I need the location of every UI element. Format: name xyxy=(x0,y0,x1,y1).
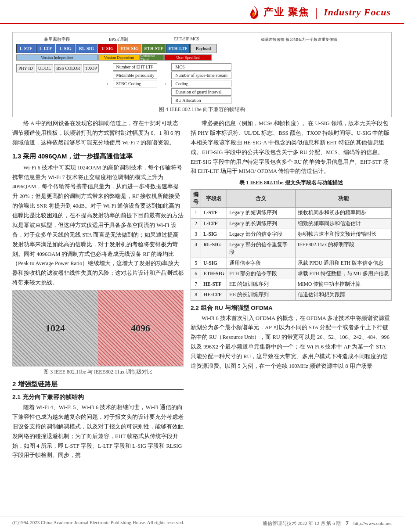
arrow-right2: → xyxy=(161,63,168,104)
header-cn: 产业 聚焦 xyxy=(263,6,309,19)
right-para2: Wi-Fi 6 技术首次引入 OFDMA 的概念，在 OFDMA 多址技术中将频… xyxy=(191,314,392,371)
table-row: 6 ETH-SIG ETH 部分的信令字段 承载 ETH 特征数据，与 MU 多… xyxy=(191,268,392,279)
right-detail-boxes: MCS Number of space-time stream Coding D… xyxy=(171,63,231,104)
td-function: IEEE802.11ax 的标明字段 xyxy=(295,240,391,258)
table-row: 3 L-SIG Legacy 部分的信令字段 标明帧片速率和报文预计传输时长 xyxy=(191,229,392,239)
header-en: Industry Focus xyxy=(324,7,391,18)
td-meaning: Legacy 部分的信令重复字段 xyxy=(227,240,295,258)
td-num: 7 xyxy=(191,279,201,290)
mod-label-4096: 4096 xyxy=(131,323,150,334)
td-num: 1 xyxy=(191,208,201,218)
seg-l-sig: L-SIG xyxy=(56,44,75,53)
table-row: 4 RL-SIG Legacy 部分的信令重复字段 IEEE802.11ax 的… xyxy=(191,240,392,258)
td-meaning: ETH 部分的信令字段 xyxy=(227,268,295,279)
box-eht-ltf-num: Number of EHT LTF xyxy=(113,63,157,71)
td-field: L-SIG xyxy=(201,229,227,239)
band-user-specified: User Specified xyxy=(164,54,212,61)
right-column: 带必要的信息（例如，MCSs 和帧长度）。在 U-SIG 领域，版本无关字段包括… xyxy=(191,119,392,462)
table-row: 8 HE-LTF HE 的长训练序列 信道估计和想为跟踪 xyxy=(191,290,392,300)
footer-left: (C)1994-2023 China Academic Journal Elec… xyxy=(12,520,184,527)
td-field: L-LTF xyxy=(201,218,227,229)
anno-bpsk: BPSK调制 xyxy=(98,37,139,43)
seg-payload: Payload xyxy=(190,44,216,53)
td-field: ETH-SIG xyxy=(201,268,227,279)
td-function: 承载 ETH 特征数据，与 MU 多用户信息 xyxy=(295,268,391,279)
td-num: 2 xyxy=(191,218,201,229)
section2-heading: 2 增强型链路层 xyxy=(12,380,184,390)
seg-l-stf: L-STF xyxy=(16,44,36,53)
box-coding: Coding xyxy=(171,80,231,87)
box-phyid: PHY ID xyxy=(16,64,35,72)
seg-l-ltf: L-LTF xyxy=(36,44,55,53)
box-ru-alloc: RU Allocation xyxy=(171,97,231,104)
seg-eth-ltf: ETH-LTF xyxy=(166,44,190,53)
left-para2: Wi-Fi 6 技术中可实现 1024OAM 的高阶调制技术，每个传输符号携带信… xyxy=(12,163,184,288)
th-num: 编号 xyxy=(191,190,201,208)
mod-1024-side: 1024 xyxy=(13,290,98,366)
td-num: 6 xyxy=(191,268,201,279)
box-space-time: Number of space-time stream xyxy=(171,72,231,79)
td-function: MIMO 传输中功率控制计算 xyxy=(295,279,391,290)
th-function: 功能 xyxy=(295,190,391,208)
page-header: 产业 聚焦 | Industry Focus xyxy=(0,0,404,24)
seg-u-sig: U-SIG xyxy=(98,44,117,53)
td-function: 接收机同步和初步的频率同步 xyxy=(295,208,391,218)
band-common-field: Common Field xyxy=(140,54,164,61)
modulation-comparison-image: 1024 4096 xyxy=(12,290,184,367)
anno-20mhz: 如满差频传输 每20MHz为一个频道重复传输 xyxy=(210,37,388,43)
td-meaning: HE 的短训练序列 xyxy=(227,279,295,290)
th-meaning: 含义 xyxy=(227,190,295,208)
version-bands: Version Independent Version Dependent Co… xyxy=(16,54,388,61)
td-field: HE-LTF xyxy=(201,290,227,300)
table-row: 7 HE-STF HE 的短训练序列 MIMO 传输中功率控制计算 xyxy=(191,279,392,290)
td-meaning: 通用信令字段 xyxy=(227,258,295,268)
td-meaning: HE 的长训练序列 xyxy=(227,290,295,300)
section2-2-heading: 2.2 组合 RU 与增强型 OFDMA xyxy=(191,304,392,312)
td-num: 8 xyxy=(191,290,201,300)
td-num: 3 xyxy=(191,229,201,239)
right-para1: 带必要的信息（例如，MCSs 和帧长度）。在 U-SIG 领域，版本无关字段包括… xyxy=(191,119,392,176)
table-row: 5 U-SIG 通用信令字段 承载 PPDU 通用和 ETH 版本信令信息 xyxy=(191,258,392,268)
box-guard: Duration of guard Interval xyxy=(171,88,231,96)
footer-right: 通信管理与技术 2022 年 12 月 第 6 期 7 http://www.c… xyxy=(263,520,392,527)
td-function: 标明帧片速率和报文预计传输时长 xyxy=(295,229,391,239)
td-function: 承载 PPDU 通用和 ETH 版本信令信息 xyxy=(295,258,391,268)
td-num: 4 xyxy=(191,240,201,258)
footer-journal: 通信管理与技术 2022 年 12 月 第 6 期 xyxy=(263,521,341,526)
table-row: 1 L-STF Legacy 的短训练序列 接收机同步和初步的频率同步 xyxy=(191,208,392,218)
seg-eth-sig: ETH-SIG xyxy=(118,44,141,53)
phyid-boxes: PHY ID UL/DL BSS COLOR TXOP xyxy=(16,64,99,104)
td-meaning: Legacy 的短训练序列 xyxy=(227,208,295,218)
box-stbc: STBC Coding xyxy=(113,80,157,87)
box-midamble: Midamble periodicity xyxy=(113,72,157,79)
td-num: 5 xyxy=(191,258,201,268)
left-column: 络 A 中的组网设备在发现它的辅助信道上，存在干扰时可动态调节频谱使用模板，以频… xyxy=(12,119,184,462)
td-field: U-SIG xyxy=(201,258,227,268)
seg-eth-stf: ETH-STF xyxy=(142,44,166,53)
table-row: 2 L-LTF Legacy 的长训练序列 细致的频率同步和信道估计 xyxy=(191,218,392,229)
anno-eht-mcs: EHT-SIF MCS xyxy=(163,37,210,43)
box-bsscolor: BSS COLOR xyxy=(54,64,82,72)
td-field: RL-SIG xyxy=(201,240,227,258)
th-field: 字段名 xyxy=(201,190,227,208)
mod-4096-side: 4096 xyxy=(98,290,183,366)
section2-1-heading: 2.1 充分向下兼容的帧结构 xyxy=(12,393,184,401)
footer-url: http://www.cnki.net xyxy=(354,521,392,526)
td-function: 信道估计和想为跟踪 xyxy=(295,290,391,300)
left-para1: 络 A 中的组网设备在发现它的辅助信道上，存在干扰时可动态调节频谱使用模板，以频… xyxy=(12,119,184,148)
mid-detail-boxes: Number of EHT LTF Midamble periodicity S… xyxy=(113,63,157,104)
td-function: 细致的频率同步和信道估计 xyxy=(295,218,391,229)
td-field: HE-STF xyxy=(201,279,227,290)
td-meaning: Legacy 部分的信令字段 xyxy=(227,229,295,239)
frame-diagram-caption: 图 4 IEEE 802.11be 向下兼容的帧结构 xyxy=(16,106,388,113)
td-field: L-STF xyxy=(201,208,227,218)
mod-label-1024: 1024 xyxy=(46,323,65,334)
box-mcs: MCS xyxy=(171,63,231,71)
page-number: 7 xyxy=(346,520,349,526)
band-version-dependent: Version Dependent xyxy=(98,54,140,61)
anno-legacy: 兼用离散字段 xyxy=(16,37,98,43)
seg-rl-sig: RL-SIG xyxy=(76,44,97,53)
header-right: 产业 聚焦 | Industry Focus xyxy=(248,5,391,20)
field-table: 编号 字段名 含义 功能 1 L-STF Legacy 的短训练序列 接收机同步… xyxy=(191,189,392,300)
frame-diagram: 兼用离散字段 BPSK调制 EHT-SIF MCS 如满差频传输 每20MHz为… xyxy=(12,32,392,117)
